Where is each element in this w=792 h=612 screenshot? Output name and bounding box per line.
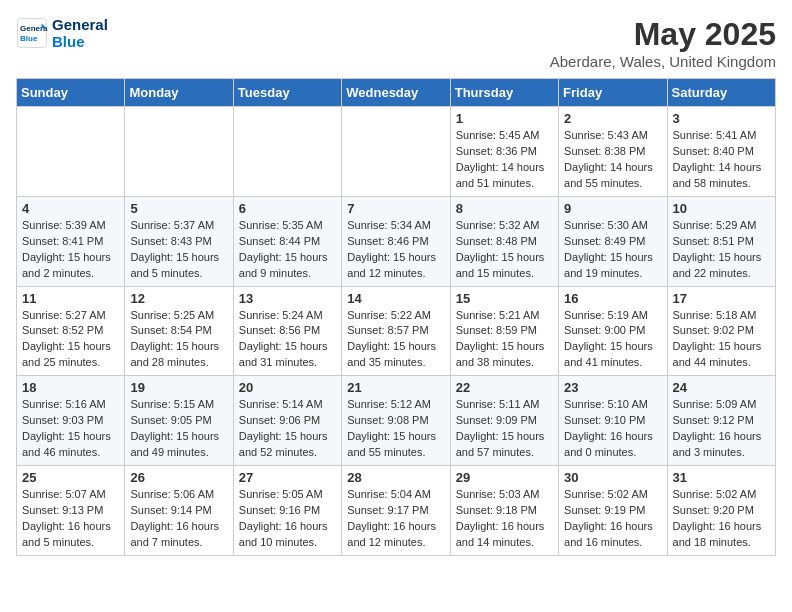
day-number: 9 [564, 201, 661, 216]
cell-info: Sunrise: 5:27 AMSunset: 8:52 PMDaylight:… [22, 308, 119, 372]
day-number: 24 [673, 380, 770, 395]
calendar-cell: 28Sunrise: 5:04 AMSunset: 9:17 PMDayligh… [342, 466, 450, 556]
day-number: 7 [347, 201, 444, 216]
day-number: 2 [564, 111, 661, 126]
cell-info: Sunrise: 5:21 AMSunset: 8:59 PMDaylight:… [456, 308, 553, 372]
col-header-saturday: Saturday [667, 79, 775, 107]
cell-info: Sunrise: 5:39 AMSunset: 8:41 PMDaylight:… [22, 218, 119, 282]
day-number: 12 [130, 291, 227, 306]
cell-info: Sunrise: 5:19 AMSunset: 9:00 PMDaylight:… [564, 308, 661, 372]
day-number: 1 [456, 111, 553, 126]
calendar-cell [233, 107, 341, 197]
page-header: General Blue General Blue May 2025 Aberd… [16, 16, 776, 70]
col-header-wednesday: Wednesday [342, 79, 450, 107]
day-number: 29 [456, 470, 553, 485]
calendar-cell: 19Sunrise: 5:15 AMSunset: 9:05 PMDayligh… [125, 376, 233, 466]
calendar-cell [17, 107, 125, 197]
cell-info: Sunrise: 5:34 AMSunset: 8:46 PMDaylight:… [347, 218, 444, 282]
day-number: 3 [673, 111, 770, 126]
calendar-table: SundayMondayTuesdayWednesdayThursdayFrid… [16, 78, 776, 556]
day-number: 19 [130, 380, 227, 395]
cell-info: Sunrise: 5:18 AMSunset: 9:02 PMDaylight:… [673, 308, 770, 372]
cell-info: Sunrise: 5:10 AMSunset: 9:10 PMDaylight:… [564, 397, 661, 461]
calendar-cell: 31Sunrise: 5:02 AMSunset: 9:20 PMDayligh… [667, 466, 775, 556]
cell-info: Sunrise: 5:06 AMSunset: 9:14 PMDaylight:… [130, 487, 227, 551]
calendar-cell: 1Sunrise: 5:45 AMSunset: 8:36 PMDaylight… [450, 107, 558, 197]
day-number: 22 [456, 380, 553, 395]
day-number: 30 [564, 470, 661, 485]
cell-info: Sunrise: 5:35 AMSunset: 8:44 PMDaylight:… [239, 218, 336, 282]
calendar-cell: 13Sunrise: 5:24 AMSunset: 8:56 PMDayligh… [233, 286, 341, 376]
col-header-sunday: Sunday [17, 79, 125, 107]
day-number: 6 [239, 201, 336, 216]
calendar-cell: 12Sunrise: 5:25 AMSunset: 8:54 PMDayligh… [125, 286, 233, 376]
calendar-cell: 6Sunrise: 5:35 AMSunset: 8:44 PMDaylight… [233, 196, 341, 286]
logo-icon: General Blue [16, 17, 48, 49]
cell-info: Sunrise: 5:11 AMSunset: 9:09 PMDaylight:… [456, 397, 553, 461]
calendar-cell: 16Sunrise: 5:19 AMSunset: 9:00 PMDayligh… [559, 286, 667, 376]
cell-info: Sunrise: 5:43 AMSunset: 8:38 PMDaylight:… [564, 128, 661, 192]
calendar-cell: 3Sunrise: 5:41 AMSunset: 8:40 PMDaylight… [667, 107, 775, 197]
day-number: 26 [130, 470, 227, 485]
calendar-week-row: 25Sunrise: 5:07 AMSunset: 9:13 PMDayligh… [17, 466, 776, 556]
calendar-week-row: 11Sunrise: 5:27 AMSunset: 8:52 PMDayligh… [17, 286, 776, 376]
cell-info: Sunrise: 5:25 AMSunset: 8:54 PMDaylight:… [130, 308, 227, 372]
day-number: 18 [22, 380, 119, 395]
day-number: 25 [22, 470, 119, 485]
calendar-cell: 23Sunrise: 5:10 AMSunset: 9:10 PMDayligh… [559, 376, 667, 466]
calendar-cell: 30Sunrise: 5:02 AMSunset: 9:19 PMDayligh… [559, 466, 667, 556]
cell-info: Sunrise: 5:45 AMSunset: 8:36 PMDaylight:… [456, 128, 553, 192]
calendar-cell: 22Sunrise: 5:11 AMSunset: 9:09 PMDayligh… [450, 376, 558, 466]
day-number: 13 [239, 291, 336, 306]
calendar-cell: 2Sunrise: 5:43 AMSunset: 8:38 PMDaylight… [559, 107, 667, 197]
calendar-header-row: SundayMondayTuesdayWednesdayThursdayFrid… [17, 79, 776, 107]
cell-info: Sunrise: 5:22 AMSunset: 8:57 PMDaylight:… [347, 308, 444, 372]
calendar-cell: 15Sunrise: 5:21 AMSunset: 8:59 PMDayligh… [450, 286, 558, 376]
cell-info: Sunrise: 5:07 AMSunset: 9:13 PMDaylight:… [22, 487, 119, 551]
calendar-cell: 11Sunrise: 5:27 AMSunset: 8:52 PMDayligh… [17, 286, 125, 376]
cell-info: Sunrise: 5:24 AMSunset: 8:56 PMDaylight:… [239, 308, 336, 372]
calendar-cell: 24Sunrise: 5:09 AMSunset: 9:12 PMDayligh… [667, 376, 775, 466]
calendar-cell: 29Sunrise: 5:03 AMSunset: 9:18 PMDayligh… [450, 466, 558, 556]
calendar-cell: 10Sunrise: 5:29 AMSunset: 8:51 PMDayligh… [667, 196, 775, 286]
calendar-week-row: 1Sunrise: 5:45 AMSunset: 8:36 PMDaylight… [17, 107, 776, 197]
calendar-cell: 5Sunrise: 5:37 AMSunset: 8:43 PMDaylight… [125, 196, 233, 286]
calendar-cell: 9Sunrise: 5:30 AMSunset: 8:49 PMDaylight… [559, 196, 667, 286]
col-header-thursday: Thursday [450, 79, 558, 107]
cell-info: Sunrise: 5:12 AMSunset: 9:08 PMDaylight:… [347, 397, 444, 461]
day-number: 23 [564, 380, 661, 395]
logo-line1: General [52, 16, 108, 33]
month-year: May 2025 [550, 16, 776, 53]
col-header-monday: Monday [125, 79, 233, 107]
location: Aberdare, Wales, United Kingdom [550, 53, 776, 70]
day-number: 11 [22, 291, 119, 306]
calendar-week-row: 18Sunrise: 5:16 AMSunset: 9:03 PMDayligh… [17, 376, 776, 466]
title-block: May 2025 Aberdare, Wales, United Kingdom [550, 16, 776, 70]
cell-info: Sunrise: 5:41 AMSunset: 8:40 PMDaylight:… [673, 128, 770, 192]
day-number: 28 [347, 470, 444, 485]
cell-info: Sunrise: 5:29 AMSunset: 8:51 PMDaylight:… [673, 218, 770, 282]
day-number: 5 [130, 201, 227, 216]
day-number: 20 [239, 380, 336, 395]
calendar-cell: 4Sunrise: 5:39 AMSunset: 8:41 PMDaylight… [17, 196, 125, 286]
calendar-cell: 21Sunrise: 5:12 AMSunset: 9:08 PMDayligh… [342, 376, 450, 466]
col-header-tuesday: Tuesday [233, 79, 341, 107]
calendar-cell: 20Sunrise: 5:14 AMSunset: 9:06 PMDayligh… [233, 376, 341, 466]
cell-info: Sunrise: 5:14 AMSunset: 9:06 PMDaylight:… [239, 397, 336, 461]
day-number: 21 [347, 380, 444, 395]
cell-info: Sunrise: 5:30 AMSunset: 8:49 PMDaylight:… [564, 218, 661, 282]
cell-info: Sunrise: 5:32 AMSunset: 8:48 PMDaylight:… [456, 218, 553, 282]
cell-info: Sunrise: 5:02 AMSunset: 9:19 PMDaylight:… [564, 487, 661, 551]
cell-info: Sunrise: 5:16 AMSunset: 9:03 PMDaylight:… [22, 397, 119, 461]
col-header-friday: Friday [559, 79, 667, 107]
logo: General Blue General Blue [16, 16, 108, 50]
cell-info: Sunrise: 5:05 AMSunset: 9:16 PMDaylight:… [239, 487, 336, 551]
day-number: 4 [22, 201, 119, 216]
calendar-cell: 27Sunrise: 5:05 AMSunset: 9:16 PMDayligh… [233, 466, 341, 556]
calendar-week-row: 4Sunrise: 5:39 AMSunset: 8:41 PMDaylight… [17, 196, 776, 286]
calendar-cell: 17Sunrise: 5:18 AMSunset: 9:02 PMDayligh… [667, 286, 775, 376]
day-number: 14 [347, 291, 444, 306]
day-number: 10 [673, 201, 770, 216]
calendar-cell [125, 107, 233, 197]
day-number: 17 [673, 291, 770, 306]
